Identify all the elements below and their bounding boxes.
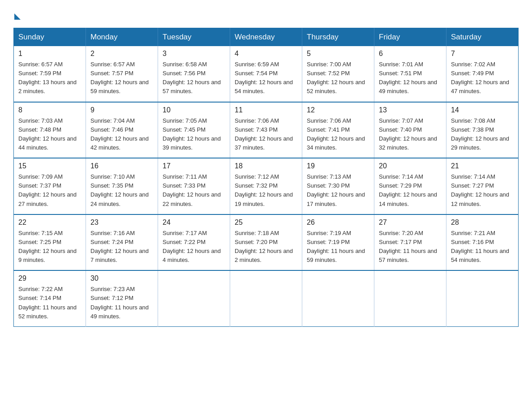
- calendar-cell: 4 Sunrise: 6:59 AMSunset: 7:54 PMDayligh…: [230, 46, 302, 102]
- day-number: 20: [379, 162, 442, 170]
- calendar-cell: [230, 270, 302, 326]
- day-info: Sunrise: 7:01 AMSunset: 7:51 PMDaylight:…: [379, 60, 442, 96]
- col-header-sunday: Sunday: [14, 28, 86, 47]
- day-info: Sunrise: 7:06 AMSunset: 7:41 PMDaylight:…: [307, 116, 369, 153]
- col-header-thursday: Thursday: [302, 28, 374, 47]
- day-number: 6: [379, 50, 442, 58]
- day-number: 30: [90, 274, 153, 283]
- calendar-cell: 24 Sunrise: 7:17 AMSunset: 7:22 PMDaylig…: [158, 214, 230, 271]
- calendar-cell: 10 Sunrise: 7:05 AMSunset: 7:45 PMDaylig…: [158, 102, 230, 158]
- day-number: 28: [451, 218, 514, 227]
- page-header: [13, 9, 519, 20]
- day-number: 15: [18, 162, 81, 170]
- day-number: 9: [90, 106, 153, 114]
- calendar-cell: 7 Sunrise: 7:02 AMSunset: 7:49 PMDayligh…: [446, 46, 519, 102]
- day-number: 13: [379, 106, 442, 114]
- calendar-cell: 17 Sunrise: 7:11 AMSunset: 7:33 PMDaylig…: [158, 158, 230, 214]
- day-info: Sunrise: 7:08 AMSunset: 7:38 PMDaylight:…: [451, 116, 514, 153]
- day-number: 27: [379, 218, 442, 227]
- day-info: Sunrise: 7:10 AMSunset: 7:35 PMDaylight:…: [90, 172, 153, 209]
- calendar-cell: [374, 270, 446, 326]
- day-number: 12: [307, 106, 369, 114]
- calendar-cell: 28 Sunrise: 7:21 AMSunset: 7:16 PMDaylig…: [446, 214, 519, 271]
- calendar-cell: 19 Sunrise: 7:13 AMSunset: 7:30 PMDaylig…: [302, 158, 374, 214]
- calendar-week-row: 22 Sunrise: 7:15 AMSunset: 7:25 PMDaylig…: [14, 214, 519, 271]
- day-number: 16: [90, 162, 153, 170]
- day-number: 19: [307, 162, 369, 170]
- calendar-week-row: 8 Sunrise: 7:03 AMSunset: 7:48 PMDayligh…: [14, 102, 519, 158]
- day-number: 26: [307, 218, 369, 227]
- day-info: Sunrise: 7:15 AMSunset: 7:25 PMDaylight:…: [18, 229, 81, 265]
- calendar-header-row: SundayMondayTuesdayWednesdayThursdayFrid…: [14, 28, 519, 47]
- calendar-cell: 20 Sunrise: 7:14 AMSunset: 7:29 PMDaylig…: [374, 158, 446, 214]
- calendar-cell: [158, 270, 230, 326]
- day-info: Sunrise: 7:14 AMSunset: 7:29 PMDaylight:…: [379, 172, 442, 209]
- calendar-cell: 3 Sunrise: 6:58 AMSunset: 7:56 PMDayligh…: [158, 46, 230, 102]
- calendar-cell: [446, 270, 519, 326]
- col-header-wednesday: Wednesday: [230, 28, 302, 47]
- day-number: 22: [18, 218, 81, 227]
- day-info: Sunrise: 7:13 AMSunset: 7:30 PMDaylight:…: [307, 172, 369, 209]
- calendar-table: SundayMondayTuesdayWednesdayThursdayFrid…: [13, 28, 519, 327]
- day-info: Sunrise: 7:09 AMSunset: 7:37 PMDaylight:…: [18, 172, 81, 209]
- calendar-cell: 13 Sunrise: 7:07 AMSunset: 7:40 PMDaylig…: [374, 102, 446, 158]
- day-number: 7: [451, 50, 514, 58]
- day-number: 17: [163, 162, 225, 170]
- calendar-cell: 8 Sunrise: 7:03 AMSunset: 7:48 PMDayligh…: [14, 102, 86, 158]
- day-info: Sunrise: 7:21 AMSunset: 7:16 PMDaylight:…: [451, 229, 514, 265]
- calendar-cell: 27 Sunrise: 7:20 AMSunset: 7:17 PMDaylig…: [374, 214, 446, 271]
- day-info: Sunrise: 7:16 AMSunset: 7:24 PMDaylight:…: [90, 229, 153, 265]
- calendar-cell: 9 Sunrise: 7:04 AMSunset: 7:46 PMDayligh…: [86, 102, 158, 158]
- day-number: 5: [307, 50, 369, 58]
- calendar-cell: [302, 270, 374, 326]
- day-number: 25: [235, 218, 297, 227]
- day-info: Sunrise: 7:17 AMSunset: 7:22 PMDaylight:…: [163, 229, 225, 265]
- calendar-week-row: 29 Sunrise: 7:22 AMSunset: 7:14 PMDaylig…: [14, 270, 519, 326]
- day-info: Sunrise: 7:20 AMSunset: 7:17 PMDaylight:…: [379, 229, 442, 265]
- day-number: 4: [235, 50, 297, 58]
- day-number: 11: [235, 106, 297, 114]
- col-header-saturday: Saturday: [446, 28, 519, 47]
- calendar-cell: 5 Sunrise: 7:00 AMSunset: 7:52 PMDayligh…: [302, 46, 374, 102]
- day-info: Sunrise: 7:11 AMSunset: 7:33 PMDaylight:…: [163, 172, 225, 209]
- calendar-cell: 23 Sunrise: 7:16 AMSunset: 7:24 PMDaylig…: [86, 214, 158, 271]
- calendar-cell: 14 Sunrise: 7:08 AMSunset: 7:38 PMDaylig…: [446, 102, 519, 158]
- day-number: 29: [18, 274, 81, 283]
- day-info: Sunrise: 7:05 AMSunset: 7:45 PMDaylight:…: [163, 116, 225, 153]
- calendar-cell: 25 Sunrise: 7:18 AMSunset: 7:20 PMDaylig…: [230, 214, 302, 271]
- calendar-cell: 18 Sunrise: 7:12 AMSunset: 7:32 PMDaylig…: [230, 158, 302, 214]
- day-number: 21: [451, 162, 514, 170]
- calendar-cell: 6 Sunrise: 7:01 AMSunset: 7:51 PMDayligh…: [374, 46, 446, 102]
- day-info: Sunrise: 7:06 AMSunset: 7:43 PMDaylight:…: [235, 116, 297, 153]
- calendar-cell: 1 Sunrise: 6:57 AMSunset: 7:59 PMDayligh…: [14, 46, 86, 102]
- day-number: 2: [90, 50, 153, 58]
- calendar-cell: 11 Sunrise: 7:06 AMSunset: 7:43 PMDaylig…: [230, 102, 302, 158]
- calendar-week-row: 15 Sunrise: 7:09 AMSunset: 7:37 PMDaylig…: [14, 158, 519, 214]
- day-info: Sunrise: 7:23 AMSunset: 7:12 PMDaylight:…: [90, 285, 153, 321]
- day-number: 23: [90, 218, 153, 227]
- day-info: Sunrise: 7:14 AMSunset: 7:27 PMDaylight:…: [451, 172, 514, 209]
- logo: [13, 12, 21, 20]
- calendar-cell: 22 Sunrise: 7:15 AMSunset: 7:25 PMDaylig…: [14, 214, 86, 271]
- day-number: 18: [235, 162, 297, 170]
- calendar-cell: 16 Sunrise: 7:10 AMSunset: 7:35 PMDaylig…: [86, 158, 158, 214]
- calendar-cell: 2 Sunrise: 6:57 AMSunset: 7:57 PMDayligh…: [86, 46, 158, 102]
- day-info: Sunrise: 7:02 AMSunset: 7:49 PMDaylight:…: [451, 60, 514, 96]
- logo-triangle-icon: [14, 13, 21, 20]
- day-info: Sunrise: 7:12 AMSunset: 7:32 PMDaylight:…: [235, 172, 297, 209]
- calendar-cell: 21 Sunrise: 7:14 AMSunset: 7:27 PMDaylig…: [446, 158, 519, 214]
- day-number: 10: [163, 106, 225, 114]
- col-header-friday: Friday: [374, 28, 446, 47]
- day-info: Sunrise: 6:57 AMSunset: 7:57 PMDaylight:…: [90, 60, 153, 96]
- col-header-monday: Monday: [86, 28, 158, 47]
- day-number: 14: [451, 106, 514, 114]
- day-number: 1: [18, 50, 81, 58]
- day-info: Sunrise: 6:57 AMSunset: 7:59 PMDaylight:…: [18, 60, 81, 96]
- col-header-tuesday: Tuesday: [158, 28, 230, 47]
- day-number: 8: [18, 106, 81, 114]
- day-info: Sunrise: 7:19 AMSunset: 7:19 PMDaylight:…: [307, 229, 369, 265]
- calendar-cell: 29 Sunrise: 7:22 AMSunset: 7:14 PMDaylig…: [14, 270, 86, 326]
- calendar-week-row: 1 Sunrise: 6:57 AMSunset: 7:59 PMDayligh…: [14, 46, 519, 102]
- day-info: Sunrise: 7:07 AMSunset: 7:40 PMDaylight:…: [379, 116, 442, 153]
- calendar-cell: 26 Sunrise: 7:19 AMSunset: 7:19 PMDaylig…: [302, 214, 374, 271]
